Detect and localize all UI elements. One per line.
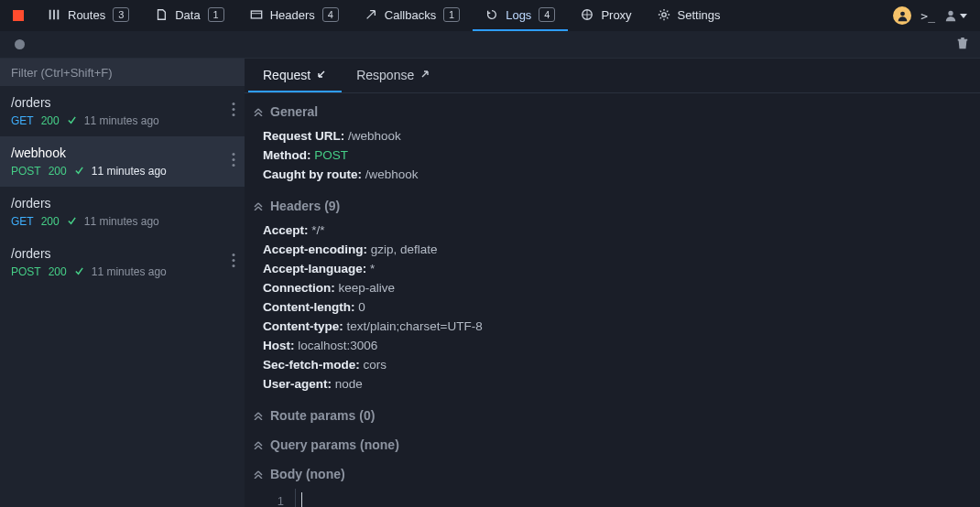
kv-value: POST (314, 148, 348, 162)
check-icon (67, 216, 77, 228)
logs-toolbar (0, 31, 980, 59)
log-time: 11 minutes ago (92, 165, 167, 178)
headers-icon (250, 8, 263, 21)
body-editor[interactable]: 1 (257, 489, 973, 507)
section-title: Route params (0) (270, 408, 375, 423)
kv-key: Method: (263, 148, 310, 162)
editor-cursor (301, 492, 302, 507)
nav-data[interactable]: Data 1 (142, 0, 236, 31)
log-path: /orders (11, 196, 234, 210)
log-time: 11 minutes ago (84, 215, 159, 228)
log-path: /webhook (11, 146, 234, 160)
log-menu-button[interactable] (232, 254, 235, 271)
logs-icon (485, 8, 498, 21)
svg-point-7 (948, 11, 953, 16)
nav-routes[interactable]: Routes 3 (35, 0, 142, 31)
tab-response[interactable]: Response (342, 59, 445, 92)
top-nav: Routes 3 Data 1 Headers 4 Callbacks 1 Lo… (0, 0, 980, 31)
routes-icon (48, 8, 60, 21)
tab-label: Response (356, 68, 414, 82)
check-icon (67, 115, 77, 127)
kv-value: /webhook (365, 167, 419, 181)
nav-badge: 1 (443, 7, 460, 22)
section-title: Query params (none) (270, 437, 399, 452)
kv-value: * (370, 262, 375, 275)
kv-value: /webhook (348, 129, 401, 143)
kv-value: localhost:3006 (298, 339, 377, 352)
section-title: General (270, 104, 318, 119)
kv-key: Accept-language: (263, 262, 366, 275)
kv-key: Host: (263, 339, 295, 352)
record-stop-button[interactable] (13, 10, 24, 21)
nav-logs[interactable]: Logs 4 (473, 0, 568, 31)
incoming-icon (316, 68, 327, 82)
log-item[interactable]: /orders GET 200 11 minutes ago (0, 187, 245, 237)
nav-badge: 4 (539, 7, 555, 22)
detail-tabs: Request Response (245, 59, 980, 93)
check-icon (74, 266, 84, 278)
check-icon (74, 166, 84, 178)
kv-key: Caught by route: (263, 167, 362, 181)
kv-value: node (335, 377, 363, 391)
kv-value: text/plain;charset=UTF-8 (347, 319, 483, 333)
kv-key: Accept-encoding: (263, 243, 367, 256)
log-item[interactable]: /orders GET 200 11 minutes ago (0, 86, 245, 136)
user-menu[interactable] (944, 9, 967, 22)
nav-badge: 1 (208, 7, 224, 22)
logs-sidebar: Filter (Ctrl+Shift+F) /orders GET 200 11… (0, 59, 245, 507)
account-avatar[interactable] (893, 6, 911, 25)
log-item[interactable]: /orders POST 200 11 minutes ago (0, 237, 245, 287)
log-method: POST (11, 165, 41, 178)
nav-label: Callbacks (385, 8, 436, 22)
line-number: 1 (257, 489, 296, 507)
command-prompt-icon[interactable]: >_ (920, 9, 935, 23)
kv-key: Accept: (263, 223, 309, 237)
kv-value: */* (311, 223, 324, 237)
log-item[interactable]: /webhook POST 200 11 minutes ago (0, 136, 245, 187)
collapse-icon (254, 104, 263, 119)
log-menu-button[interactable] (232, 102, 235, 120)
nav-settings[interactable]: Settings (645, 0, 734, 31)
nav-proxy[interactable]: Proxy (568, 0, 644, 31)
section-body-toggle[interactable]: Body (none) (254, 461, 973, 485)
section-general-toggle[interactable]: General (254, 99, 973, 123)
section-headers-toggle[interactable]: Headers (9) (254, 193, 973, 217)
kv-key: Content-length: (263, 300, 354, 314)
log-time: 11 minutes ago (92, 265, 167, 278)
kv-value: 0 (358, 300, 365, 314)
log-menu-button[interactable] (232, 153, 235, 170)
detail-pane: Request Response General Request URL: /w… (245, 59, 980, 507)
log-status: 200 (41, 114, 60, 127)
nav-label: Logs (506, 8, 531, 22)
outgoing-icon (419, 68, 430, 82)
nav-label: Settings (678, 8, 721, 22)
log-time: 11 minutes ago (84, 114, 159, 127)
tab-request[interactable]: Request (248, 59, 342, 92)
nav-headers[interactable]: Headers 4 (237, 0, 352, 31)
log-method: GET (11, 215, 34, 228)
kv-key: Connection: (263, 281, 335, 295)
tab-label: Request (263, 68, 310, 82)
proxy-icon (581, 8, 593, 21)
collapse-icon (254, 199, 263, 213)
kv-key: Sec-fetch-mode: (263, 358, 360, 372)
kv-value: cors (364, 358, 387, 372)
nav-label: Data (175, 8, 200, 22)
clear-logs-button[interactable] (956, 37, 969, 52)
callbacks-icon (365, 8, 377, 21)
kv-key: Content-type: (263, 319, 343, 333)
log-path: /orders (11, 246, 234, 261)
kv-key: User-agent: (263, 377, 332, 391)
status-dot (15, 39, 25, 49)
section-route-params-toggle[interactable]: Route params (0) (254, 403, 973, 426)
nav-label: Routes (68, 8, 105, 22)
filter-placeholder: Filter (Ctrl+Shift+F) (11, 66, 113, 80)
section-query-params-toggle[interactable]: Query params (none) (254, 432, 973, 456)
filter-input[interactable]: Filter (Ctrl+Shift+F) (0, 59, 245, 86)
nav-callbacks[interactable]: Callbacks 1 (352, 0, 473, 31)
data-icon (155, 8, 168, 21)
log-method: POST (11, 265, 41, 278)
settings-icon (658, 8, 670, 21)
collapse-icon (254, 437, 263, 452)
nav-label: Proxy (601, 8, 631, 22)
